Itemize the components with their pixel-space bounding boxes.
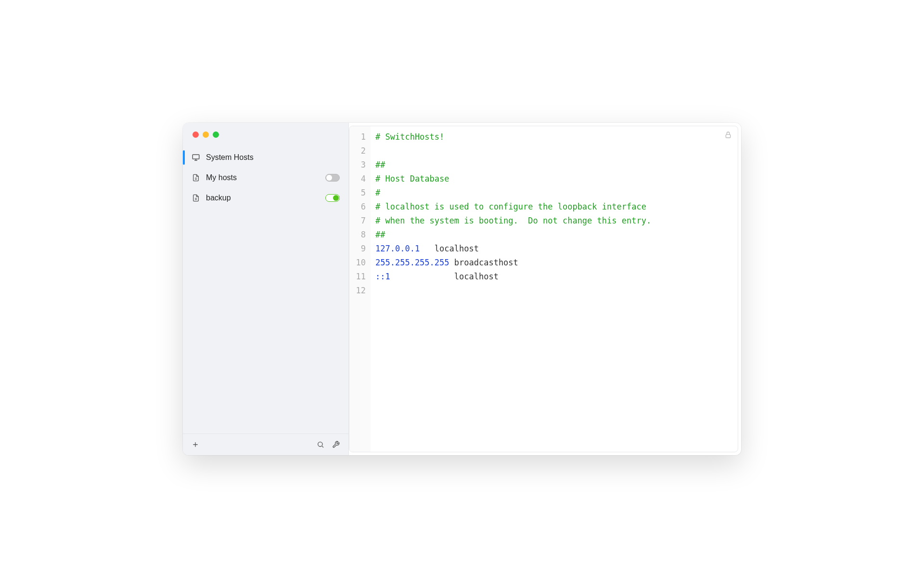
svg-rect-0 [192,155,199,159]
sidebar-item-label: backup [206,194,320,202]
sidebar-item-label: System Hosts [206,153,340,162]
maximize-window-button[interactable] [213,131,219,138]
code-line: 255.255.255.255 broadcasthost [375,256,738,270]
line-number: 1 [349,130,371,144]
hosts-toggle[interactable] [325,174,340,182]
app-window: System Hosts My hosts [183,123,741,455]
sidebar-footer [183,434,348,455]
lock-icon [724,131,732,139]
svg-line-10 [322,446,323,447]
line-number: 12 [349,284,371,298]
editor-pane[interactable]: 123456789101112 # SwitchHosts!### Host D… [349,126,738,452]
line-number: 6 [349,200,371,214]
line-number: 8 [349,228,371,242]
line-number: 7 [349,214,371,228]
code-line: # [375,186,738,200]
file-icon [192,194,200,202]
line-number: 9 [349,242,371,256]
settings-button[interactable] [330,439,342,450]
sidebar-item-system-hosts[interactable]: System Hosts [183,147,348,168]
code-line: ## [375,158,738,172]
code-line [375,144,738,158]
code-line: # localhost is used to configure the loo… [375,200,738,214]
sidebar-item-label: My hosts [206,173,320,182]
file-icon [192,173,200,182]
code-line: # SwitchHosts! [375,130,738,144]
line-number-gutter: 123456789101112 [349,126,371,452]
code-line: # when the system is booting. Do not cha… [375,214,738,228]
code-line: 127.0.0.1 localhost [375,242,738,256]
close-window-button[interactable] [192,131,199,138]
add-button[interactable] [190,439,201,450]
code-line: ## [375,228,738,242]
line-number: 5 [349,186,371,200]
line-number: 2 [349,144,371,158]
code-content[interactable]: # SwitchHosts!### Host Database## localh… [371,126,738,452]
svg-point-9 [318,442,322,447]
svg-rect-11 [726,134,730,138]
sidebar-item-my-hosts[interactable]: My hosts [183,168,348,188]
sidebar: System Hosts My hosts [183,123,349,455]
code-line: ::1 localhost [375,270,738,284]
code-line: # Host Database [375,172,738,186]
line-number: 4 [349,172,371,186]
hosts-toggle[interactable] [325,194,340,202]
line-number: 3 [349,158,371,172]
monitor-icon [192,153,200,162]
hosts-list: System Hosts My hosts [183,144,348,434]
window-controls [183,123,348,144]
line-number: 10 [349,256,371,270]
sidebar-item-backup[interactable]: backup [183,188,348,208]
minimize-window-button[interactable] [203,131,209,138]
code-line [375,284,738,298]
line-number: 11 [349,270,371,284]
search-button[interactable] [315,439,326,450]
